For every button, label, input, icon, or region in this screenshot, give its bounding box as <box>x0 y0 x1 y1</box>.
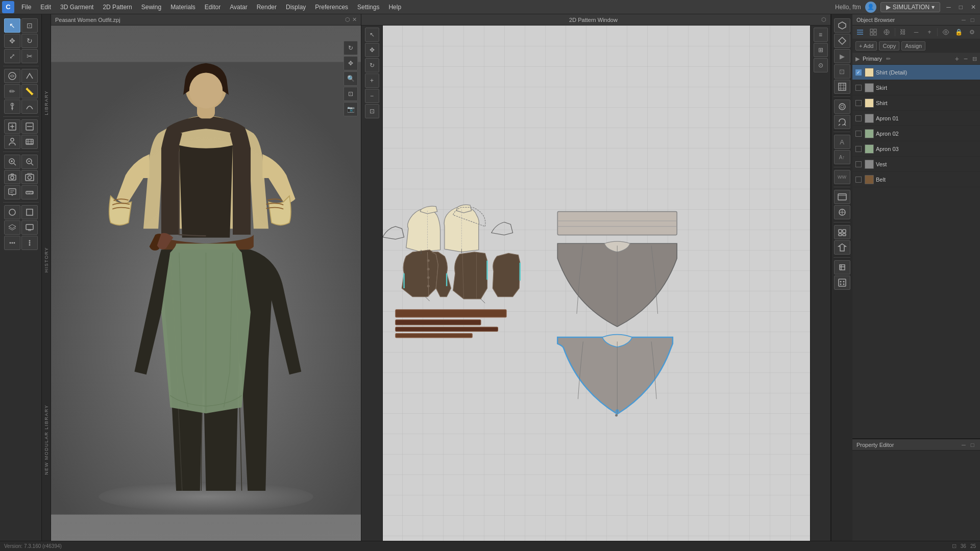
ob-maximize-btn[interactable]: □ <box>969 16 976 23</box>
ob-item-check1[interactable]: ✓ <box>854 68 863 77</box>
layers-btn[interactable] <box>4 220 20 235</box>
pw-zoom-in-btn[interactable]: + <box>365 73 379 88</box>
vp-pan-btn[interactable]: ✥ <box>344 56 358 70</box>
cut-tool-btn[interactable]: ✂ <box>21 49 38 63</box>
ob-item-hide3[interactable]: 👁 <box>969 98 978 108</box>
vp-camera-icon[interactable]: 📷 <box>344 102 358 116</box>
ob-item-add6[interactable]: + <box>948 144 958 154</box>
ob-item-hide5[interactable]: 👁 <box>969 129 978 138</box>
app-logo[interactable]: C <box>2 1 14 13</box>
menu-display[interactable]: Display <box>282 2 310 12</box>
ob-add-btn[interactable]: + Add <box>855 41 877 51</box>
ob-item-check2[interactable] <box>854 84 863 92</box>
pw-select-btn[interactable]: ↖ <box>365 28 379 42</box>
vp-zoom-btn[interactable]: 🔍 <box>344 71 358 86</box>
library-label[interactable]: LIBRARY <box>44 90 49 115</box>
ob-item-check3[interactable] <box>854 99 863 107</box>
ros-btn4[interactable]: ⊡ <box>834 64 850 79</box>
user-avatar-icon[interactable]: 👤 <box>865 2 876 13</box>
status-icon1[interactable]: ⊡ <box>952 543 957 549</box>
ob-item-apron03[interactable]: Apron 03 + ⊟ 👁 <box>852 141 980 157</box>
viewport-3d-canvas[interactable]: ↻ ✥ 🔍 ⊡ 📷 <box>51 26 361 551</box>
ob-item-check5[interactable] <box>854 130 863 138</box>
ros-btn7[interactable] <box>834 115 850 129</box>
zoom-in-btn[interactable] <box>4 155 20 169</box>
multiselect-tool-btn[interactable]: ⊡ <box>21 18 38 33</box>
menu-avatar[interactable]: Avatar <box>226 2 251 12</box>
ob-item-hide6[interactable]: 👁 <box>969 144 978 154</box>
menu-edit[interactable]: Edit <box>36 2 55 12</box>
menu-editor[interactable]: Editor <box>201 2 225 12</box>
ob-minus-btn[interactable]: ─ <box>911 27 922 38</box>
menu-file[interactable]: File <box>17 2 35 12</box>
remove-object-btn[interactable] <box>21 119 38 134</box>
vp-fit-btn[interactable]: ⊡ <box>344 87 358 101</box>
ob-item-add1[interactable]: + <box>948 68 958 77</box>
pw-fit-btn[interactable]: ⊡ <box>365 104 379 118</box>
ob-item-add4[interactable]: + <box>948 114 958 123</box>
menu-help[interactable]: Help <box>384 2 405 12</box>
menu-sewing[interactable]: Sewing <box>137 2 165 12</box>
pw-right-btn2[interactable]: ⊞ <box>814 43 828 57</box>
ob-item-hide8[interactable]: 👁 <box>969 175 978 184</box>
ob-item-check4[interactable] <box>854 114 863 122</box>
ob-sphere-btn[interactable] <box>881 27 892 38</box>
snapshot-btn[interactable] <box>21 170 38 184</box>
menu-settings[interactable]: Settings <box>353 2 383 12</box>
pattern-canvas[interactable]: ↖ ✥ ↻ + − ⊡ ≡ ⊞ ⊙ <box>361 26 830 551</box>
ob-item-lock5[interactable]: ⊟ <box>959 129 968 138</box>
annotation-btn[interactable] <box>4 185 20 199</box>
ob-eye-btn[interactable] <box>940 27 951 38</box>
pin-tool-btn[interactable] <box>4 99 20 114</box>
display-btn[interactable] <box>21 220 38 235</box>
ros-btn11[interactable] <box>834 190 850 204</box>
ros-btn10[interactable]: WW <box>834 170 850 184</box>
sew-tool-btn[interactable] <box>4 69 20 83</box>
ob-item-add2[interactable]: + <box>948 83 958 92</box>
viewport-3d-close-icon[interactable]: ✕ <box>352 16 357 23</box>
ob-item-lock2[interactable]: ⊟ <box>959 83 968 92</box>
fabric-tool-btn[interactable] <box>21 135 38 149</box>
ros-btn12[interactable] <box>834 205 850 219</box>
avatar-tool-btn[interactable] <box>4 135 20 149</box>
shape2-btn[interactable] <box>21 205 38 219</box>
ob-item-check7[interactable] <box>854 160 863 168</box>
zoom-out-btn[interactable] <box>21 155 38 169</box>
ob-item-apron01[interactable]: Apron 01 + ⊟ 👁 <box>852 111 980 126</box>
primary-lock-icon[interactable]: ⊟ <box>972 56 977 62</box>
scale-tool-btn[interactable]: ⤢ <box>4 49 20 63</box>
misc-btn1[interactable] <box>4 236 20 250</box>
ob-grid-view-btn[interactable] <box>868 27 879 38</box>
ob-link-btn[interactable]: ⛓ <box>897 27 909 38</box>
menu-3d-garment[interactable]: 3D Garment <box>56 2 97 12</box>
ob-item-belt[interactable]: Belt + ⊟ 👁 <box>852 172 980 187</box>
menu-render[interactable]: Render <box>253 2 281 12</box>
ob-item-shirt[interactable]: Shirt + ⊟ 👁 <box>852 95 980 111</box>
ob-item-lock8[interactable]: ⊟ <box>959 175 968 184</box>
ob-item-add3[interactable]: + <box>948 98 958 108</box>
ros-btn3[interactable]: ▶ <box>834 49 850 63</box>
window-maximize[interactable]: □ <box>957 4 965 11</box>
pw-move-btn[interactable]: ✥ <box>365 43 379 57</box>
simulation-button[interactable]: ▶ SIMULATION ▾ <box>880 2 940 12</box>
pw-zoom-out-btn[interactable]: − <box>365 89 379 103</box>
ob-item-vest[interactable]: Vest + ⊟ 👁 <box>852 157 980 172</box>
ob-item-hide1[interactable]: 👁 <box>969 68 978 77</box>
vp-orbit-btn[interactable]: ↻ <box>344 41 358 55</box>
ros-btn16[interactable] <box>834 276 850 290</box>
ob-item-shirt-detail[interactable]: ✓ Shirt (Detail) + ⊟ 👁 <box>852 65 980 80</box>
ob-item-add8[interactable]: + <box>948 175 958 184</box>
ob-item-hide4[interactable]: 👁 <box>969 114 978 123</box>
ros-btn1[interactable] <box>834 18 850 33</box>
camera-btn[interactable] <box>4 170 20 184</box>
ruler-btn[interactable] <box>21 185 38 199</box>
ob-item-hide7[interactable]: 👁 <box>969 160 978 169</box>
primary-edit-icon[interactable]: ✏ <box>886 56 891 62</box>
edit-curve-btn[interactable] <box>21 99 38 114</box>
menu-materials[interactable]: Materials <box>166 2 200 12</box>
pw-rotate-btn[interactable]: ↻ <box>365 58 379 72</box>
pattern-window-expand-icon[interactable]: ⬡ <box>821 16 826 23</box>
ros-btn6[interactable] <box>834 99 850 114</box>
menu-preferences[interactable]: Preferences <box>311 2 352 12</box>
ob-settings-btn[interactable]: ⚙ <box>967 27 978 38</box>
